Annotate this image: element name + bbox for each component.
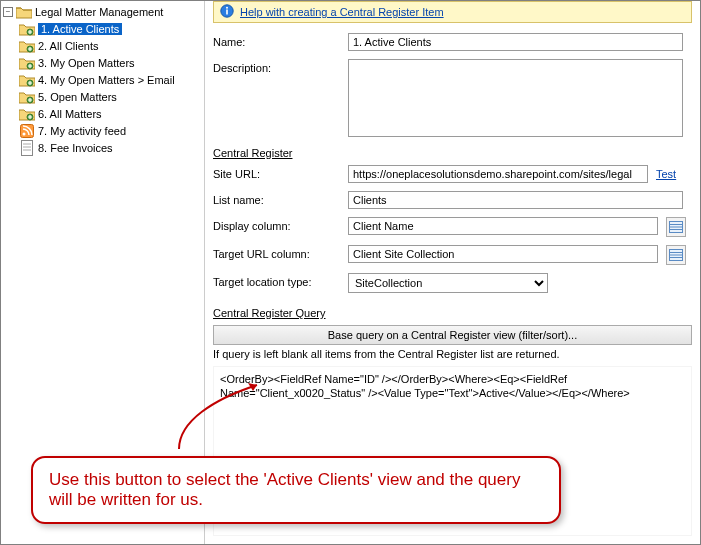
- svg-rect-8: [22, 140, 33, 155]
- central-register-query-heading: Central Register Query: [213, 305, 348, 319]
- description-input[interactable]: [348, 59, 683, 137]
- section-icon: [19, 55, 35, 71]
- help-link[interactable]: Help with creating a Central Register It…: [240, 6, 444, 18]
- base-query-button[interactable]: Base query on a Central Register view (f…: [213, 325, 692, 345]
- svg-rect-13: [226, 10, 228, 15]
- name-input[interactable]: [348, 33, 683, 51]
- section-icon: [19, 38, 35, 54]
- list-name-input[interactable]: [348, 191, 683, 209]
- target-location-select[interactable]: SiteCollection: [348, 273, 548, 293]
- section-icon: [19, 72, 35, 88]
- query-note: If query is left blank all items from th…: [213, 348, 692, 360]
- central-register-heading: Central Register: [213, 145, 348, 159]
- display-column-input[interactable]: [348, 217, 658, 235]
- name-label: Name:: [213, 33, 348, 48]
- tree-root-row[interactable]: − Legal Matter Management: [1, 3, 204, 20]
- tree-item[interactable]: 2. All Clients: [1, 37, 204, 54]
- tree-root-label: Legal Matter Management: [35, 6, 163, 18]
- target-location-label: Target location type:: [213, 273, 348, 288]
- info-icon: [220, 4, 234, 20]
- tree-item[interactable]: 8. Fee Invoices: [1, 139, 204, 156]
- tree-item-label: 1. Active Clients: [38, 23, 122, 35]
- tree-item[interactable]: 7. My activity feed: [1, 122, 204, 139]
- section-icon: [19, 89, 35, 105]
- annotation-callout: Use this button to select the 'Active Cl…: [31, 456, 561, 524]
- invoice-icon: [19, 140, 35, 156]
- tree-item[interactable]: 3. My Open Matters: [1, 54, 204, 71]
- tree-item-label: 2. All Clients: [38, 40, 99, 52]
- tree-item-label: 3. My Open Matters: [38, 57, 135, 69]
- folder-icon: [16, 4, 32, 20]
- tree-item[interactable]: 1. Active Clients: [1, 20, 204, 37]
- target-url-picker-button[interactable]: [666, 245, 686, 265]
- tree-item-label: 7. My activity feed: [38, 125, 126, 137]
- tree-item-label: 8. Fee Invoices: [38, 142, 113, 154]
- section-icon: [19, 106, 35, 122]
- list-name-label: List name:: [213, 191, 348, 206]
- tree-item-label: 5. Open Matters: [38, 91, 117, 103]
- tree-item-label: 6. All Matters: [38, 108, 102, 120]
- collapse-icon[interactable]: −: [3, 7, 13, 17]
- svg-point-7: [23, 132, 26, 135]
- section-icon: [19, 21, 35, 37]
- callout-tail: [149, 381, 269, 451]
- target-url-input[interactable]: [348, 245, 658, 263]
- tree-item-label: 4. My Open Matters > Email: [38, 74, 175, 86]
- tree-item[interactable]: 6. All Matters: [1, 105, 204, 122]
- tree-item[interactable]: 4. My Open Matters > Email: [1, 71, 204, 88]
- display-column-picker-button[interactable]: [666, 217, 686, 237]
- help-bar: Help with creating a Central Register It…: [213, 1, 692, 23]
- test-link[interactable]: Test: [656, 168, 676, 180]
- site-url-label: Site URL:: [213, 165, 348, 180]
- tree-item[interactable]: 5. Open Matters: [1, 88, 204, 105]
- target-url-label: Target URL column:: [213, 245, 348, 260]
- svg-point-14: [226, 7, 228, 9]
- description-label: Description:: [213, 59, 348, 137]
- site-url-input[interactable]: [348, 165, 648, 183]
- feed-icon: [19, 123, 35, 139]
- display-column-label: Display column:: [213, 217, 348, 232]
